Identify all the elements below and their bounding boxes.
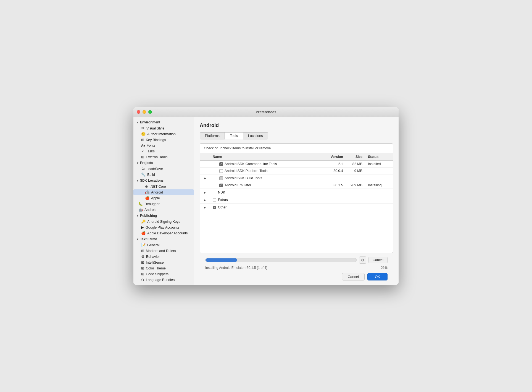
sidebar-item-android-flat[interactable]: 🤖 Android	[133, 207, 194, 213]
status-cell	[365, 204, 393, 211]
tab-locations[interactable]: Locations	[243, 132, 268, 139]
table-row: ▶ ✓ Other	[200, 204, 393, 211]
row-name: Android SDK Command-line Tools	[225, 162, 277, 166]
arrow-icon: ▼	[136, 214, 139, 217]
sidebar-item-android[interactable]: 🤖 Android	[133, 189, 194, 195]
arrow-icon: ▼	[136, 161, 139, 165]
sidebar-item-build[interactable]: 🔧 Build	[133, 172, 194, 178]
version-cell	[324, 174, 346, 182]
checkbox[interactable]	[219, 176, 223, 180]
tools-icon: ⊞	[141, 155, 144, 159]
version-cell	[324, 189, 346, 196]
expander-cell[interactable]: ▶	[200, 189, 210, 196]
gear-button[interactable]: ⚙	[359, 256, 366, 264]
expander-cell[interactable]: ▶	[200, 204, 210, 211]
sidebar-item-apple-developer[interactable]: 🍎 Apple Developer Accounts	[133, 230, 194, 236]
version-cell	[324, 196, 346, 204]
behavior-icon: ⚙	[141, 255, 144, 259]
sidebar-section-publishing[interactable]: ▼ Publishing	[133, 213, 194, 219]
sidebar-section-environment[interactable]: ▼ Environment	[133, 119, 194, 125]
status-cell	[365, 196, 393, 204]
expander-cell[interactable]: ▶	[200, 174, 210, 182]
page-title: Android	[200, 123, 393, 128]
name-cell: NDK	[210, 189, 324, 196]
markers-icon: ⊞	[141, 249, 144, 253]
sidebar-item-visual-style[interactable]: 👁 Visual Style	[133, 125, 194, 131]
sidebar-item-android-signing[interactable]: 🔑 Android Signing Keys	[133, 219, 194, 224]
key-icon: 🔑	[141, 219, 146, 224]
sidebar-item-general[interactable]: 📝 General	[133, 242, 194, 248]
eye-icon: 👁	[141, 126, 145, 130]
sidebar-item-code-snippets[interactable]: ⊞ Code Snippets	[133, 271, 194, 277]
progress-bar-fill	[206, 258, 237, 262]
sidebar-item-markers-rulers[interactable]: ⊞ Markers and Rulers	[133, 248, 194, 254]
window-controls	[137, 110, 152, 114]
cancel-progress-button[interactable]: Cancel	[368, 257, 388, 263]
sidebar-item-load-save[interactable]: 🗂 Load/Save	[133, 166, 194, 172]
expander-cell[interactable]: ▶	[200, 196, 210, 204]
size-cell	[346, 196, 365, 204]
row-name: Extras	[218, 198, 228, 202]
sidebar-item-language-bundles[interactable]: ⊙ Language Bundles	[133, 277, 194, 283]
cancel-button[interactable]: Cancel	[342, 273, 365, 280]
ok-button[interactable]: OK	[367, 273, 388, 280]
footer: ⚙ Cancel Installing Android Emulator r30…	[200, 253, 393, 285]
status-cell	[365, 189, 393, 196]
sidebar-item-author-information[interactable]: 🙂 Author Information	[133, 131, 194, 137]
instruction-text: Check or uncheck items to install or rem…	[200, 144, 393, 153]
sidebar-section-projects[interactable]: ▼ Projects	[133, 160, 194, 166]
name-cell: ✓ Android SDK Command-line Tools	[210, 161, 324, 168]
wrench-icon: 🔧	[141, 173, 146, 177]
sidebar-item-color-theme[interactable]: ⊞ Color Theme	[133, 265, 194, 271]
size-cell	[346, 189, 365, 196]
name-cell: Android SDK Platform-Tools	[210, 168, 324, 174]
titlebar: Preferences	[133, 107, 399, 117]
col-size-header: Size	[346, 153, 365, 161]
table-scroll[interactable]: Name Version Size Status ✓ Android SDK C…	[200, 153, 393, 253]
checkbox[interactable]: ✓	[219, 162, 223, 166]
col-version-header: Version	[324, 153, 346, 161]
checkbox[interactable]: ✓	[213, 206, 216, 209]
tab-tools[interactable]: Tools	[225, 132, 243, 139]
sidebar-item-external-tools[interactable]: ⊞ External Tools	[133, 154, 194, 160]
col-name-header: Name	[210, 153, 324, 161]
sidebar-item-intellisense[interactable]: ⊞ IntelliSense	[133, 259, 194, 265]
tab-platforms[interactable]: Platforms	[200, 132, 225, 139]
sidebar-item-behavior[interactable]: ⚙ Behavior	[133, 254, 194, 259]
expand-icon[interactable]: ▶	[203, 198, 207, 202]
font-icon: Aa	[141, 144, 145, 147]
checkbox[interactable]	[213, 198, 216, 202]
bundles-icon: ⊙	[141, 278, 144, 282]
status-row: Installing Android Emulator r30.1.5 (1 o…	[205, 266, 388, 270]
sidebar-item-fonts[interactable]: Aa Fonts	[133, 143, 194, 148]
version-cell	[324, 204, 346, 211]
status-cell	[365, 174, 393, 182]
window-body: ▼ Environment 👁 Visual Style 🙂 Author In…	[133, 117, 399, 285]
expand-icon[interactable]: ▶	[203, 190, 207, 195]
sidebar-section-sdk-locations[interactable]: ▼ SDK Locations	[133, 178, 194, 184]
sidebar-item-debugger[interactable]: 🐛 Debugger	[133, 201, 194, 207]
row-name: Android SDK Build Tools	[225, 176, 262, 180]
main-content: Android Platforms Tools Locations Check …	[194, 117, 399, 285]
expand-icon[interactable]: ▶	[203, 176, 207, 180]
sidebar-item-apple[interactable]: 🍎 Apple	[133, 195, 194, 201]
expander-cell	[200, 182, 210, 189]
checkbox[interactable]: ✓	[219, 184, 223, 187]
action-buttons: Cancel OK	[205, 273, 388, 280]
sidebar-item-net-core[interactable]: ⊙ .NET Core	[133, 184, 194, 189]
size-cell	[346, 204, 365, 211]
sidebar-item-tasks[interactable]: ✓ Tasks	[133, 148, 194, 154]
close-button[interactable]	[137, 110, 140, 114]
table-row: ▶ Extras	[200, 196, 393, 204]
minimize-button[interactable]	[143, 110, 146, 114]
row-name: Other	[218, 205, 227, 209]
maximize-button[interactable]	[148, 110, 152, 114]
checkbox[interactable]	[219, 169, 223, 173]
sidebar-item-google-play[interactable]: ▶ Google Play Accounts	[133, 224, 194, 230]
color-icon: ⊞	[141, 266, 144, 270]
checkbox[interactable]	[213, 191, 216, 194]
sidebar-item-key-bindings[interactable]: ⊞ Key Bindings	[133, 137, 194, 143]
sidebar-section-text-editor[interactable]: ▼ Text Editor	[133, 236, 194, 242]
folder-icon: 🗂	[141, 167, 145, 171]
expand-icon[interactable]: ▶	[203, 205, 207, 210]
